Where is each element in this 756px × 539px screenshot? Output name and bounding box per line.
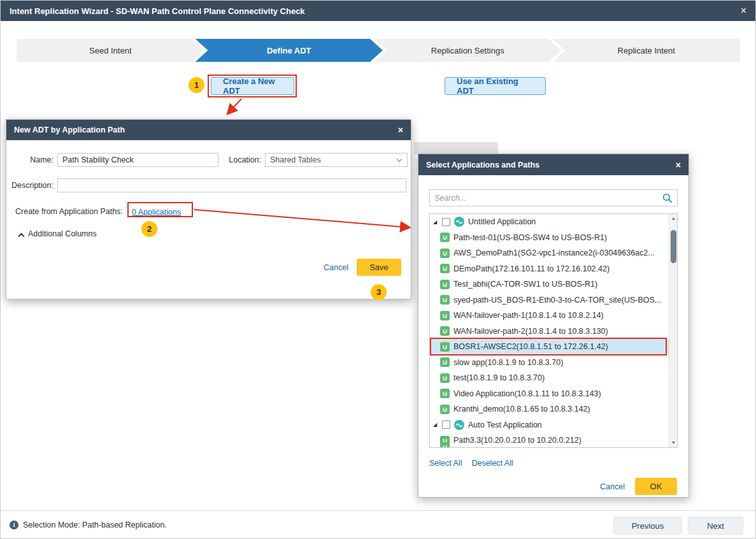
path-label: slow app(10.8.1.9 to 10.8.3.70) [453,358,563,367]
name-field[interactable] [57,153,218,167]
application-icon [454,420,464,430]
previous-button[interactable]: Previous [613,517,682,535]
path-label: Test_abhi(CA-TOR-SW1 to US-BOS-R1) [453,280,597,289]
info-icon: i [10,521,18,529]
path-label: syed-path-US_BOS-R1-Eth0-3-to-CA-TOR_sit… [453,296,661,305]
wizard-step-label: Seed Intent [89,46,132,55]
path-u-icon: U [440,373,450,383]
window-titlebar: Intent Replication Wizard - SD-WAN Path … [1,1,755,21]
scroll-up-icon[interactable]: ▲ [669,214,678,223]
scrollbar[interactable]: ▲ ▼ [669,214,677,447]
path-label: Video Application(10.8.1.11 to 10.8.3.14… [453,389,601,398]
wizard-step-label: Replicate Intent [618,46,675,55]
tree-app-row[interactable]: ◢ Auto Test Application [430,417,669,433]
collapse-triangle-icon[interactable]: ◢ [433,219,439,225]
tree-path-row-selected[interactable]: U BOSR1-AWSEC2(10.8.1.51 to 172.26.1.42) [430,339,669,355]
select-applications-dialog: Select Applications and Paths × ◢ Untitl… [418,154,689,498]
chevron-up-icon [18,233,25,239]
path-u-icon: U [440,295,450,305]
tree-path-row[interactable]: U DEmoPath(172.16.101.11 to 172.16.102.4… [430,261,669,277]
scrollbar-thumb[interactable] [671,230,676,263]
path-label: Path3.3(10.20.0.210 to 10.20.0.212) [453,436,581,445]
path-u-icon: U [440,357,450,367]
path-label: test(10.8.1.9 to 10.8.3.70) [453,373,545,382]
wizard-step-label: Replication Settings [431,46,504,55]
tree-path-row[interactable]: U slow app(10.8.1.9 to 10.8.3.70) [430,355,669,371]
select-dialog-title: Select Applications and Paths [426,161,539,169]
location-select[interactable]: Shared Tables [265,153,408,167]
tree-path-row[interactable]: U Video Application(10.8.1.11 to 10.8.3.… [430,386,669,402]
path-u-icon: U [440,264,450,273]
new-adt-dialog: New ADT by Application Path × Name: Loca… [6,119,411,299]
window-close-icon[interactable]: × [741,6,746,16]
tree-path-row[interactable]: U Path-test-01(US-BOS-SW4 to US-BOS-R1) [430,230,669,246]
create-new-adt-label: Create a New ADT [223,76,282,96]
select-dialog-close-icon[interactable]: × [676,161,681,169]
select-dialog-ok-button[interactable]: OK [635,478,677,495]
description-label: Description: [11,178,53,192]
next-label: Next [707,521,724,531]
additional-columns-label: Additional Columns [28,229,97,238]
path-u-icon: U [440,342,450,352]
use-existing-adt-button[interactable]: Use an Existing ADT [445,77,546,95]
select-dialog-header: Select Applications and Paths × [418,154,688,175]
create-new-adt-button[interactable]: Create a New ADT [211,77,294,95]
previous-label: Previous [632,521,664,531]
app-checkbox[interactable] [442,218,450,226]
search-input[interactable] [434,194,662,203]
tree-path-row[interactable]: U syed-path-US_BOS-R1-Eth0-3-to-CA-TOR_s… [430,292,669,308]
path-u-icon: U [440,280,450,289]
description-field[interactable] [57,178,406,192]
applications-tree: ◢ Untitled Application U Path-test-01(US… [429,213,678,448]
path-u-icon: U [440,326,450,336]
wizard-step-define-adt[interactable]: Define ADT [196,39,383,62]
application-icon [454,217,464,227]
applications-count-link[interactable]: 0 Applications [132,208,181,217]
tree-path-row[interactable]: U WAN-failover-path-1(10.8.1.4 to 10.8.2… [430,308,669,324]
wizard-step-replication-settings[interactable]: Replication Settings [374,39,562,62]
collapse-triangle-icon[interactable]: ◢ [433,422,439,428]
adt-save-button[interactable]: Save [357,259,401,276]
tree-path-row[interactable]: U WAN-failover-path-2(10.8.1.4 to 10.8.3… [430,324,669,340]
tree-app-row[interactable]: ◢ Untitled Application [430,214,669,230]
wizard-step-replicate-intent[interactable]: Replicate Intent [553,39,741,62]
selection-links: Select All Deselect All [429,459,513,468]
new-adt-close-icon[interactable]: × [398,126,403,134]
scroll-down-icon[interactable]: ▼ [669,438,678,447]
adt-cancel-link[interactable]: Cancel [324,263,348,272]
create-from-label: Create from Application Paths: [15,205,136,219]
wizard-step-seed-intent[interactable]: Seed Intent [17,39,204,62]
path-u-icon: U [440,405,450,414]
path-label: DEmoPath(172.16.101.11 to 172.16.102.42) [453,264,610,273]
path-u-icon: U [440,389,450,398]
additional-columns-toggle[interactable]: Additional Columns [19,229,97,238]
callout-circle-2: 2 [141,221,157,237]
next-button[interactable]: Next [688,517,743,535]
location-label: Location: [224,153,261,167]
tree-path-row[interactable]: U Test_abhi(CA-TOR-SW1 to US-BOS-R1) [430,277,669,292]
select-all-link[interactable]: Select All [429,459,462,468]
path-label: Kranthi_demo(10.8.1.65 to 10.8.3.142) [453,405,590,413]
new-adt-dialog-title: New ADT by Application Path [14,126,125,134]
select-dialog-cancel-link[interactable]: Cancel [600,482,625,491]
ok-label: OK [650,482,662,491]
tree-path-row[interactable]: U test(10.8.1.9 to 10.8.3.70) [430,370,669,386]
new-adt-dialog-header: New ADT by Application Path × [6,120,411,140]
search-icon[interactable] [662,193,673,203]
wizard-steps-bar: Seed Intent Define ADT Replication Setti… [17,39,740,62]
selection-mode-text: Selection Mode: Path-based Replication. [23,521,167,529]
search-box [429,189,678,206]
path-u-icon: U [440,233,450,242]
tree-path-row[interactable]: U AWS_DemoPath1(SG2-vpc1-instance2(i-030… [430,245,669,261]
path-label: WAN-failover-path-2(10.8.1.4 to 10.8.3.1… [453,327,608,336]
app-checkbox[interactable] [442,420,450,429]
tree-path-row[interactable]: U Path3.3(10.20.0.210 to 10.20.0.212) [430,433,669,448]
window-title: Intent Replication Wizard - SD-WAN Path … [10,6,305,16]
location-value: Shared Tables [270,155,321,164]
wizard-window: Intent Replication Wizard - SD-WAN Path … [0,0,756,539]
app-label: Auto Test Application [468,420,542,429]
deselect-all-link[interactable]: Deselect All [471,459,513,468]
tree-path-row[interactable]: U Kranthi_demo(10.8.1.65 to 10.8.3.142) [430,401,669,417]
app-label: Untitled Application [468,217,536,226]
path-label: Path-test-01(US-BOS-SW4 to US-BOS-R1) [453,233,607,242]
